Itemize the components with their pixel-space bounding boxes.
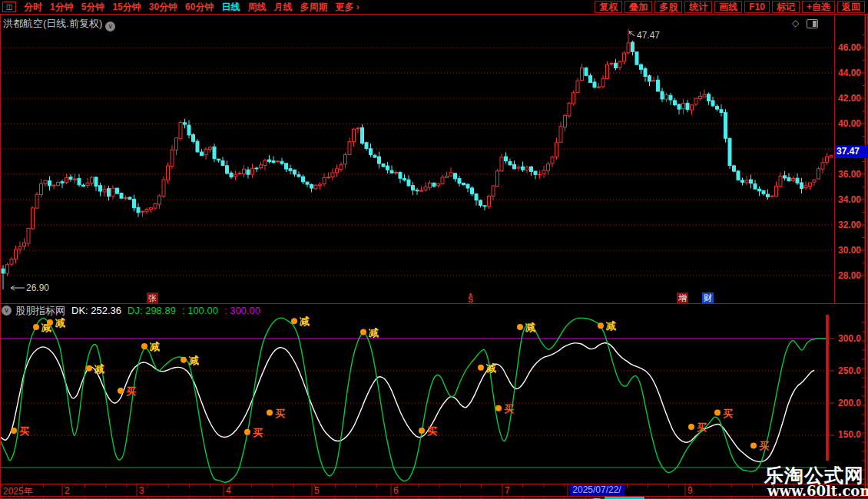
candle-body	[716, 106, 719, 109]
split-panel-icon[interactable]	[807, 19, 818, 28]
candle-body	[762, 190, 765, 193]
period-tab-5[interactable]: 60分钟	[185, 1, 214, 14]
candle-body	[505, 157, 508, 161]
candle-body	[255, 168, 258, 169]
candle-body	[196, 141, 199, 152]
candle-body	[682, 104, 685, 109]
candle-body	[648, 76, 651, 81]
indicator-param1: : 100.00	[182, 305, 218, 316]
period-tab-4[interactable]: 30分钟	[149, 1, 177, 14]
candle-body	[534, 171, 537, 174]
candle-body	[91, 177, 94, 183]
signal-label-减: 减	[605, 320, 616, 332]
candle-body	[615, 63, 618, 68]
title-chevron-down-icon[interactable]: ∨	[105, 21, 115, 31]
period-tab-0[interactable]: 分时	[24, 1, 42, 14]
candle-body	[200, 152, 204, 155]
signal-label-买: 买	[697, 421, 707, 433]
time-tick-label: 2025年	[3, 485, 33, 498]
toolbar-button-7[interactable]: +自选	[802, 1, 835, 13]
candle-body	[247, 170, 250, 174]
candle-body	[817, 169, 820, 179]
candle-body	[479, 200, 482, 206]
diamond-tool-icon[interactable]: ◇	[792, 18, 799, 28]
candle-body	[699, 96, 702, 98]
candle-body	[285, 164, 288, 169]
toolbar-button-2[interactable]: 多股	[654, 1, 682, 13]
toolbar-button-4[interactable]: 画线	[714, 1, 742, 13]
candle-body	[475, 194, 478, 200]
s-letter: S	[468, 297, 473, 303]
candle-body	[446, 176, 449, 177]
period-tab-2[interactable]: 5分钟	[81, 1, 105, 14]
time-tick-label: 6	[393, 485, 399, 496]
candle-body	[644, 68, 647, 76]
signal-dot	[598, 322, 604, 329]
candle-body	[213, 147, 216, 158]
candle-body	[302, 177, 305, 182]
period-tab-1[interactable]: 1分钟	[50, 1, 74, 14]
toolbar-buttons: 复权叠加多股统计画线F10标记+自选返回	[595, 1, 865, 13]
candle-body	[141, 211, 144, 212]
window-layout-icon[interactable]: ◫	[2, 2, 16, 12]
indicator-tick-label: 200.0	[838, 398, 861, 408]
candle-body	[150, 208, 153, 210]
candle-body	[277, 161, 280, 162]
period-tab-10[interactable]: 更多 ›	[335, 1, 359, 14]
price-tick-label: 28.00	[838, 270, 861, 281]
period-tabs: 分时1分钟5分钟15分钟30分钟60分钟日线周线月线多周期更多 ›	[20, 1, 363, 14]
candle-body	[82, 185, 85, 187]
period-tab-7[interactable]: 周线	[247, 1, 266, 14]
candle-body	[462, 183, 465, 184]
period-tab-9[interactable]: 多周期	[300, 1, 327, 14]
period-tab-8[interactable]: 月线	[273, 1, 292, 14]
candle-body	[787, 177, 790, 180]
candle-body	[437, 183, 440, 186]
candle-body	[57, 182, 60, 185]
indicator-chevron-down-icon[interactable]: ∨	[2, 306, 12, 316]
toolbar-button-0[interactable]: 复权	[595, 1, 622, 13]
signal-dot	[360, 329, 366, 335]
chart-canvas: 买减减减买减减买买减减买减买减减买买买	[0, 0, 868, 499]
candle-body	[390, 170, 393, 173]
candle-body	[167, 166, 170, 180]
toolbar-button-8[interactable]: 返回	[837, 1, 865, 13]
candle-body	[327, 177, 330, 178]
crosshair-date-badge: 2025/07/22/二	[569, 484, 624, 496]
toolbar-button-1[interactable]: 叠加	[624, 1, 652, 13]
candle-body	[500, 157, 503, 171]
candle-body	[770, 196, 774, 197]
period-tab-3[interactable]: 15分钟	[112, 1, 141, 14]
signal-label-减: 减	[188, 355, 199, 366]
candle-body	[631, 42, 634, 51]
signal-dot	[181, 357, 187, 363]
toolbar-button-6[interactable]: 标记	[772, 1, 800, 13]
price-tick-label: 42.00	[838, 93, 861, 104]
candle-body	[86, 183, 89, 185]
indicator-name[interactable]: 股朋指标网	[15, 304, 65, 318]
candle-body	[779, 176, 782, 187]
candle-body	[306, 182, 309, 184]
candle-body	[813, 180, 816, 182]
candle-body	[745, 180, 748, 183]
period-tab-6[interactable]: 日线	[221, 1, 240, 14]
signal-label-减: 减	[485, 362, 496, 374]
candle-body	[74, 179, 77, 180]
candle-body	[441, 177, 444, 183]
price-tick-label: 40.00	[838, 118, 861, 129]
top-toolbar: ◫ 分时1分钟5分钟15分钟30分钟60分钟日线周线月线多周期更多 › 复权叠加…	[0, 0, 868, 15]
price-tick-label: 30.00	[838, 245, 861, 256]
candle-body	[416, 190, 419, 190]
candle-body	[116, 188, 119, 193]
stock-title: 洪都航空(日线.前复权)∨	[3, 17, 115, 31]
price-tick-label: 32.00	[838, 220, 861, 230]
toolbar-button-5[interactable]: F10	[744, 1, 770, 13]
candle-body	[542, 170, 545, 173]
candle-body	[551, 157, 554, 163]
candle-body	[192, 134, 195, 141]
candle-body	[27, 228, 30, 243]
time-tick-label: 2	[65, 485, 70, 496]
toolbar-button-3[interactable]: 统计	[684, 1, 712, 13]
candle-body	[171, 150, 174, 166]
candle-body	[369, 149, 373, 155]
